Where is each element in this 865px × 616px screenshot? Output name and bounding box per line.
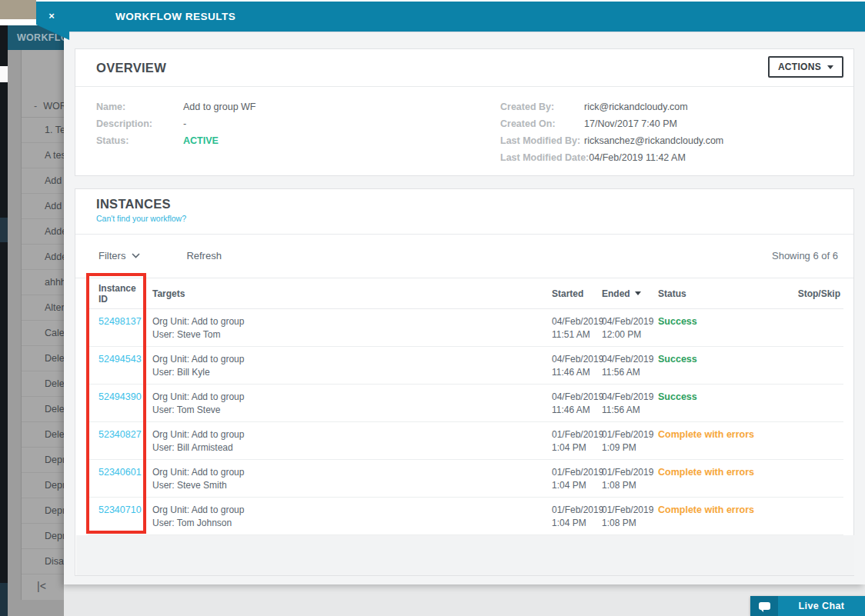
field-label: Last Modified By: [500, 132, 584, 149]
field-value: 04/Feb/2019 11:42 AM [589, 152, 686, 163]
status-text: Success [658, 391, 697, 402]
filters-label: Filters [99, 250, 125, 261]
divider [75, 86, 853, 87]
workflow-list-item[interactable]: Delet [22, 397, 64, 422]
field-value: rick@rickandcloudy.com [584, 102, 688, 112]
instance-id-link[interactable]: 52340710 [99, 504, 142, 515]
instance-id-link[interactable]: 52494390 [99, 391, 142, 402]
target-org-unit: Org Unit: Add to group [152, 315, 547, 328]
ended-date: 01/Feb/2019 [602, 466, 655, 479]
overview-card: OVERVIEW ACTIONS Name:Add to group WF De… [75, 48, 854, 176]
instance-id-link[interactable]: 52340601 [99, 467, 142, 478]
instances-table: Instance ID Targets Started Ended Status… [88, 278, 843, 535]
instance-id-link[interactable]: 52340827 [99, 429, 142, 440]
ended-date: 04/Feb/2019 [602, 391, 655, 404]
instances-title: INSTANCES [96, 197, 853, 211]
targets-cell: Org Unit: Add to group User: Bill Kyle [147, 347, 547, 384]
ended-date: 01/Feb/2019 [602, 504, 655, 517]
workflow-group-label: WORK [43, 101, 64, 112]
column-targets: Targets [147, 288, 547, 299]
rail-nav-block [0, 218, 8, 242]
field-row: Name:Add to group WF [96, 98, 256, 115]
started-date: 04/Feb/2019 [552, 353, 599, 366]
workflow-list-item[interactable]: Delet [22, 422, 64, 448]
workflow-list-item[interactable]: Add t [22, 194, 64, 219]
column-ended-label: Ended [602, 288, 630, 299]
target-user: User: Steve Tom [152, 328, 547, 341]
status-badge: ACTIVE [183, 135, 219, 146]
started-date: 01/Feb/2019 [552, 504, 599, 517]
workflow-list-item[interactable]: Adde [22, 245, 64, 270]
field-label: Created On: [500, 115, 584, 132]
filters-button[interactable]: Filters [99, 250, 140, 261]
pagination-first-button[interactable]: |< [22, 574, 64, 598]
workflow-list-item[interactable]: Delet [22, 371, 64, 397]
table-row: 52340710 Org Unit: Add to group User: To… [88, 498, 843, 535]
workflow-list-item[interactable]: Alter [22, 295, 64, 321]
target-user: User: Bill Kyle [152, 366, 547, 379]
column-started: Started [547, 288, 599, 299]
table-row: 52340601 Org Unit: Add to group User: St… [88, 460, 843, 498]
field-label: Created By: [500, 98, 584, 115]
field-value: ricksanchez@rickandcloudy.com [584, 135, 723, 146]
started-time: 1:04 PM [552, 479, 599, 492]
field-value: Add to group WF [183, 102, 256, 112]
workflow-list-item[interactable]: Depr [22, 524, 64, 549]
workflow-list-item[interactable]: A tes [22, 143, 64, 168]
close-icon[interactable]: × [42, 7, 61, 25]
background-bottom-left [8, 600, 64, 616]
stop-skip-cell [774, 460, 843, 497]
workflow-list-item[interactable]: Caler [22, 321, 64, 346]
started-cell: 01/Feb/2019 1:04 PM [547, 460, 599, 497]
ended-time: 1:08 PM [602, 479, 655, 492]
started-cell: 04/Feb/2019 11:46 AM [547, 347, 599, 384]
workflow-list-item[interactable]: 1. Te [22, 118, 64, 143]
target-user: User: Tom Johnson [152, 517, 547, 530]
stop-skip-cell [774, 385, 843, 421]
field-row: Status:ACTIVE [96, 132, 256, 149]
workflow-list-item[interactable]: Depr [22, 473, 64, 498]
instance-id-link[interactable]: 52498137 [99, 316, 142, 327]
field-value: - [183, 118, 186, 129]
started-cell: 01/Feb/2019 1:04 PM [547, 498, 599, 534]
target-org-unit: Org Unit: Add to group [152, 466, 547, 479]
status-text: Complete with errors [658, 429, 754, 440]
column-instance-id: Instance ID [88, 283, 147, 305]
target-org-unit: Org Unit: Add to group [152, 353, 547, 366]
started-date: 04/Feb/2019 [552, 391, 599, 404]
workflow-list-item[interactable]: Adde [22, 219, 64, 245]
chevron-down-icon [827, 65, 833, 69]
workflow-list-item[interactable]: Disab [22, 549, 64, 574]
field-label: Status: [96, 132, 183, 149]
actions-button[interactable]: ACTIONS [768, 56, 843, 78]
field-label: Description: [96, 115, 183, 132]
column-ended-sort[interactable]: Ended [599, 288, 655, 299]
stop-skip-cell [774, 347, 843, 384]
ended-time: 1:09 PM [602, 441, 655, 455]
live-chat-button[interactable]: Live Chat [750, 596, 865, 616]
field-row: Created On:17/Nov/2017 7:40 PM [500, 115, 723, 132]
chat-bubble-icon [750, 596, 778, 616]
ended-date: 04/Feb/2019 [602, 315, 655, 328]
field-label: Last Modified Date: [500, 149, 589, 166]
workflow-group-header[interactable]: -WORK [22, 95, 64, 118]
workflow-list-item[interactable]: ahhh [22, 270, 64, 295]
overview-title: OVERVIEW [75, 49, 853, 75]
overview-fields-left: Name:Add to group WF Description:- Statu… [96, 98, 256, 149]
refresh-button[interactable]: Refresh [186, 250, 222, 261]
instance-id-link[interactable]: 52494543 [99, 354, 142, 365]
field-row: Description:- [96, 115, 256, 132]
workflow-list-item[interactable]: Depr [22, 498, 64, 524]
ended-cell: 04/Feb/2019 11:56 AM [599, 347, 655, 384]
workflow-list-item[interactable]: Add t [22, 168, 64, 194]
workflow-list-item[interactable]: Deleg [22, 346, 64, 371]
targets-cell: Org Unit: Add to group User: Tom Johnson [147, 498, 547, 534]
started-time: 1:04 PM [552, 517, 599, 530]
status-text: Complete with errors [658, 504, 754, 515]
workflow-list-item[interactable]: Depr [22, 448, 64, 473]
field-row: Last Modified Date:04/Feb/2019 11:42 AM [500, 149, 723, 166]
targets-cell: Org Unit: Add to group User: Bill Armist… [147, 422, 547, 459]
status-text: Complete with errors [658, 467, 754, 478]
background-left-rail [0, 25, 8, 616]
cant-find-workflow-link[interactable]: Can't find your workflow? [96, 214, 853, 223]
